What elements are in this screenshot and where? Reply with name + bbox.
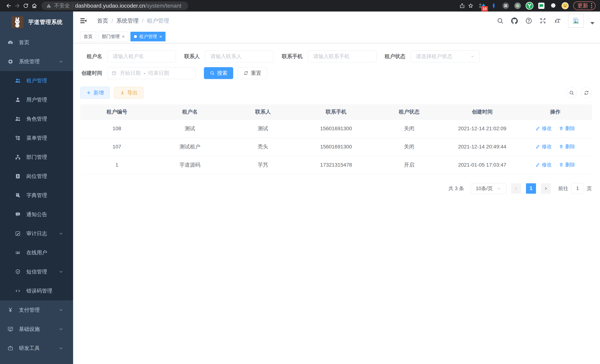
tab-home[interactable]: 首页: [80, 32, 96, 41]
next-page-button[interactable]: [541, 183, 551, 194]
sidebar-item-user[interactable]: 用户管理: [0, 90, 73, 109]
refresh-table-button[interactable]: [581, 87, 592, 98]
sidebar-item-role[interactable]: 角色管理: [0, 109, 73, 128]
hamburger-collapse-icon[interactable]: [79, 17, 87, 25]
sidebar-item-notice[interactable]: 通知公告: [0, 205, 73, 224]
contact-input[interactable]: [205, 50, 274, 62]
breadcrumb-home[interactable]: 首页: [97, 17, 108, 25]
extension-y-icon[interactable]: [525, 1, 534, 10]
sidebar-item-devtools[interactable]: 研发工具: [0, 339, 73, 358]
header-search-icon[interactable]: [497, 17, 504, 25]
tab-tenant[interactable]: 租户管理 ×: [131, 32, 166, 41]
edit-link[interactable]: 修改: [535, 161, 552, 168]
active-tab-dot: [134, 35, 137, 38]
status-text: 开启: [373, 156, 446, 174]
user-avatar[interactable]: [568, 14, 584, 28]
extension-devtools-icon[interactable]: 10: [477, 1, 487, 10]
trash-icon: [559, 162, 564, 167]
mobile-input[interactable]: [308, 50, 376, 62]
extension-badge: 10: [481, 6, 488, 11]
sidebar-item-dict[interactable]: 字典管理: [0, 186, 73, 205]
extension-chat-icon[interactable]: [536, 1, 546, 10]
create-time-range-picker[interactable]: 开始日期 - 结束日期: [107, 67, 196, 79]
plus-icon: [86, 90, 91, 95]
dashboard-gauge-icon: [7, 39, 14, 46]
reset-button[interactable]: 重置: [238, 67, 267, 79]
download-icon: [120, 90, 125, 95]
sidebar-item-online-users[interactable]: 在线用户: [0, 243, 73, 262]
contact-label: 联系人: [184, 53, 200, 60]
browser-menu-kebab-icon[interactable]: [591, 3, 592, 8]
org-chart-icon: [14, 154, 21, 160]
delete-link[interactable]: 删除: [559, 161, 575, 168]
github-icon[interactable]: [511, 17, 518, 25]
edit-link[interactable]: 修改: [535, 125, 552, 132]
tenant-page-content: 租户名 联系人 联系手机 租户状态 请选择租户状态: [73, 43, 600, 364]
tab-dept[interactable]: 部门管理 ×: [98, 32, 128, 41]
browser-forward-button[interactable]: [13, 1, 21, 10]
col-status: 租户状态: [373, 104, 446, 120]
sidebar-item-infra[interactable]: 基础设施: [0, 319, 73, 339]
sidebar-item-error-code[interactable]: 错误码管理: [0, 281, 73, 300]
url-text[interactable]: dashboard.yudao.iocoder.cn/system/tenant: [75, 3, 181, 9]
sidebar-item-tenant[interactable]: 租户管理: [0, 71, 73, 90]
sidebar-item-home[interactable]: 首页: [0, 33, 73, 52]
sidebar-item-dept[interactable]: 部门管理: [0, 148, 73, 167]
add-button[interactable]: 新增: [80, 87, 110, 99]
export-button[interactable]: 导出: [114, 87, 143, 99]
browser-back-button[interactable]: [4, 1, 13, 10]
page-size-select[interactable]: 10条/页: [471, 183, 506, 194]
not-secure-label[interactable]: 不安全: [54, 2, 70, 9]
extension-gray-dot-icon[interactable]: [513, 1, 523, 10]
edit-link[interactable]: 修改: [535, 143, 552, 150]
extensions-puzzle-icon[interactable]: [548, 1, 558, 10]
sidebar-item-sms[interactable]: 短信管理: [0, 262, 73, 281]
breadcrumb: 首页 / 系统管理 / 租户管理: [97, 17, 169, 25]
browser-reload-button[interactable]: [21, 1, 30, 10]
sidebar-item-system[interactable]: 系统管理: [0, 52, 73, 71]
omnibox-divider: [72, 3, 73, 8]
share-button[interactable]: [458, 1, 466, 10]
gear-icon: [7, 58, 14, 65]
status-select[interactable]: 请选择租户状态: [411, 50, 479, 62]
font-size-icon[interactable]: [553, 17, 562, 25]
create-time-label: 创建时间: [80, 70, 102, 77]
help-icon[interactable]: [525, 17, 533, 25]
browser-home-button[interactable]: [30, 1, 38, 10]
tenant-name-label: 租户名: [80, 53, 102, 60]
page-number-1[interactable]: 1: [526, 183, 536, 194]
system-submenu: 租户管理 用户管理 角色管理 菜单管理 部门管理: [0, 71, 73, 300]
goto-page-input[interactable]: [571, 183, 584, 194]
profile-avatar-icon[interactable]: [560, 1, 570, 10]
search-icon: [210, 71, 215, 76]
show-search-toggle-button[interactable]: [566, 87, 577, 98]
app-logo[interactable]: 芋道管理系统: [0, 11, 73, 33]
total-count: 共 3 条: [449, 185, 464, 192]
close-icon[interactable]: ×: [159, 34, 162, 39]
breadcrumb-section[interactable]: 系统管理: [116, 17, 139, 25]
bookmark-star-button[interactable]: [466, 1, 475, 10]
address-bar[interactable]: 不安全 dashboard.yudao.iocoder.cn/system/te…: [42, 1, 188, 10]
sidebar-item-audit-log[interactable]: 审计日志: [0, 224, 73, 243]
sidebar-item-menu[interactable]: 菜单管理: [0, 128, 73, 148]
avatar-caret-icon[interactable]: [590, 22, 594, 25]
sidebar-item-payment[interactable]: 支付管理: [0, 300, 73, 319]
user-icon: [14, 97, 21, 103]
not-secure-warning-icon: [46, 3, 52, 9]
tenant-name-input[interactable]: [107, 50, 176, 62]
delete-link[interactable]: 删除: [559, 143, 575, 150]
chevron-down-icon: [58, 269, 64, 275]
chevron-left-icon: [514, 186, 519, 191]
delete-link[interactable]: 删除: [559, 125, 575, 132]
fullscreen-icon[interactable]: [539, 17, 547, 25]
prev-page-button[interactable]: [511, 183, 521, 194]
extension-kite-icon[interactable]: [489, 1, 499, 10]
close-icon[interactable]: ×: [122, 34, 125, 39]
chat-bubble-icon: [14, 211, 21, 218]
sidebar: 芋道管理系统 首页 系统管理 租户管理 用户管理: [0, 11, 73, 364]
search-button[interactable]: 搜索: [204, 67, 233, 79]
sidebar-item-post[interactable]: 岗位管理: [0, 167, 73, 186]
extension-command-icon[interactable]: [501, 1, 511, 10]
browser-update-button[interactable]: 更新: [573, 1, 596, 10]
col-actions: 操作: [519, 104, 592, 120]
